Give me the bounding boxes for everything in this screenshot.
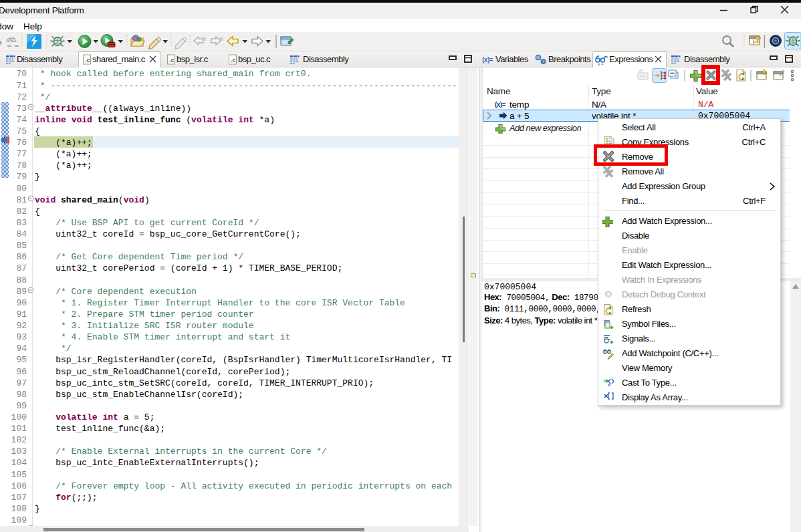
svg-text:.c: .c — [231, 57, 236, 63]
svg-text:x: x — [598, 62, 600, 66]
svg-text:=: = — [601, 62, 604, 66]
svg-text:.c: .c — [85, 57, 90, 63]
svg-text:.c: .c — [169, 57, 175, 63]
svg-text:(x)=: (x)= — [482, 56, 493, 63]
